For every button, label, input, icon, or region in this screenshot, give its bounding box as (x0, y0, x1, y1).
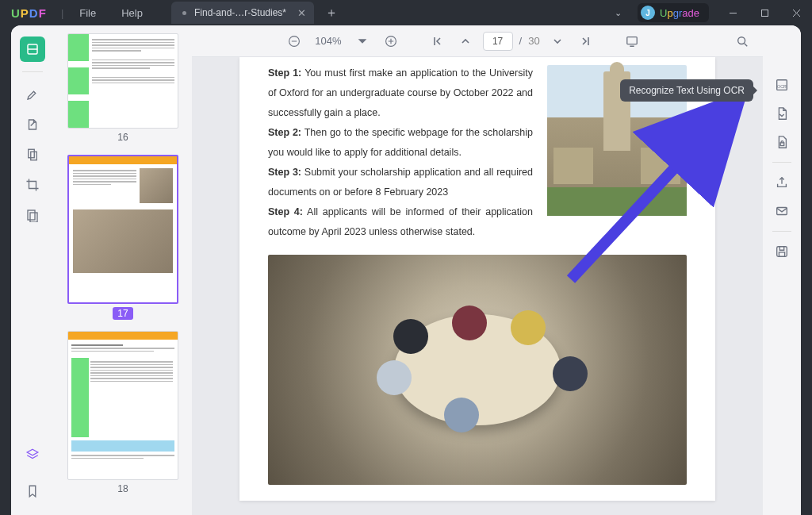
email-button[interactable] (770, 199, 794, 223)
highlight-tool[interactable] (20, 82, 45, 107)
close-button[interactable] (780, 0, 812, 25)
page-total: 30 (528, 35, 539, 47)
thumbnail-number: 18 (117, 483, 128, 494)
window-controls (717, 0, 812, 25)
user-avatar: J (641, 6, 655, 20)
tab-title: Find-and-…r-Studies* (194, 7, 286, 18)
thumbnail-panel[interactable]: 16 17 (54, 25, 192, 515)
page-separator: / (519, 35, 523, 47)
zoom-level: 104% (312, 35, 344, 47)
save-button[interactable] (770, 240, 794, 263)
thumbnail-page-17[interactable]: 17 (63, 155, 182, 320)
left-tool-rail (11, 25, 54, 515)
svg-rect-6 (29, 149, 35, 158)
upgrade-label: Upgrade (660, 7, 699, 19)
svg-point-19 (738, 37, 745, 44)
tab-close-icon[interactable]: ✕ (297, 7, 306, 19)
minimize-button[interactable] (717, 0, 749, 25)
document-tab[interactable]: Find-and-…r-Studies* ✕ (171, 2, 314, 24)
thumbnail-number: 17 (113, 307, 132, 320)
last-page-button[interactable] (575, 30, 597, 52)
students-image (268, 255, 687, 485)
edit-text-tool[interactable] (20, 112, 45, 137)
menu-file[interactable]: File (67, 7, 109, 19)
share-button[interactable] (770, 171, 794, 194)
presentation-button[interactable] (621, 30, 643, 52)
maximize-button[interactable] (749, 0, 780, 25)
protect-button[interactable] (770, 130, 794, 154)
page-input[interactable] (483, 32, 513, 51)
menu-help[interactable]: Help (109, 7, 155, 19)
ocr-tooltip: Recognize Text Using OCR (620, 79, 753, 102)
svg-rect-26 (779, 252, 784, 256)
titlebar: UPDF | File Help Find-and-…r-Studies* ✕ … (0, 0, 812, 25)
layers-tool[interactable] (20, 442, 45, 467)
crop-tool[interactable] (20, 172, 45, 198)
separator: | (61, 7, 63, 19)
document-text: Step 1: You must first make an applicati… (268, 57, 533, 242)
separator (772, 231, 791, 232)
search-button[interactable] (731, 30, 753, 52)
ocr-button[interactable]: OCR (770, 73, 794, 97)
thumbnail-page-18[interactable]: 18 (63, 331, 182, 495)
new-tab-button[interactable]: ＋ (325, 5, 338, 21)
workspace: 16 17 (11, 25, 801, 515)
organize-pages-tool[interactable] (20, 142, 45, 167)
svg-rect-23 (780, 143, 784, 146)
svg-rect-8 (28, 210, 35, 220)
svg-rect-1 (761, 10, 768, 16)
separator (22, 71, 43, 72)
next-page-button[interactable] (546, 30, 569, 52)
svg-text:OCR: OCR (777, 84, 787, 89)
zoom-in-button[interactable] (380, 30, 402, 52)
first-page-button[interactable] (426, 30, 448, 52)
thumbnails-tool[interactable] (20, 37, 45, 62)
document-page: Step 1: You must first make an applicati… (239, 57, 715, 501)
separator (772, 162, 791, 163)
tab-modified-icon (182, 11, 186, 15)
svg-line-20 (745, 43, 748, 46)
bookmark-tool[interactable] (20, 478, 45, 504)
thumbnail-page-16[interactable]: 16 (63, 33, 182, 144)
export-button[interactable] (770, 102, 794, 125)
document-scroll[interactable]: Step 1: You must first make an applicati… (192, 57, 763, 515)
zoom-dropdown-icon[interactable] (351, 30, 373, 52)
prev-page-button[interactable] (454, 30, 477, 52)
zoom-out-button[interactable] (283, 30, 305, 52)
upgrade-button[interactable]: J Upgrade (638, 3, 709, 22)
document-toolbar: 104% / 30 (192, 25, 763, 57)
svg-rect-25 (777, 247, 787, 257)
app-logo: UPDF (0, 6, 58, 20)
svg-rect-9 (30, 213, 37, 222)
thumbnail-number: 16 (117, 132, 128, 143)
right-tool-rail: OCR (763, 25, 801, 515)
svg-rect-7 (31, 152, 37, 160)
svg-rect-17 (626, 37, 636, 44)
svg-rect-24 (777, 208, 787, 215)
redact-tool[interactable] (20, 202, 45, 228)
tabs-dropdown-icon[interactable]: ⌄ (607, 8, 630, 18)
